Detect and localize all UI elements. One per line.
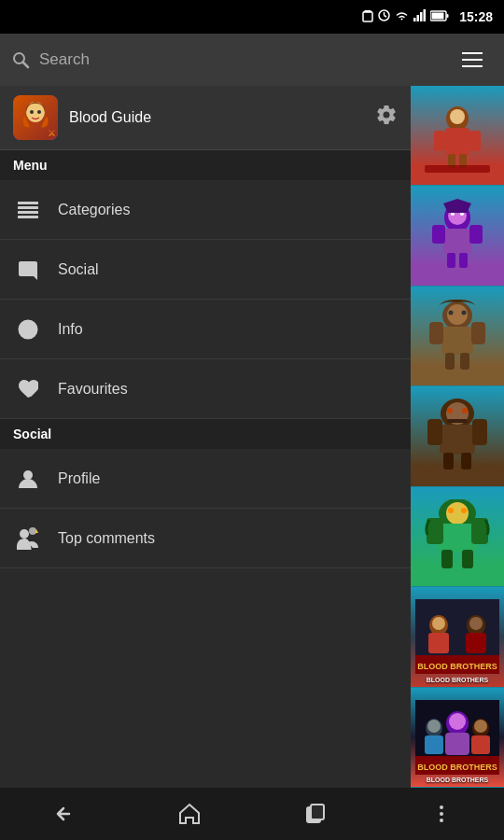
- sidebar: Blood Guide Menu Categories: [0, 86, 411, 788]
- svg-line-12: [23, 63, 29, 68]
- main-layout: Blood Guide Menu Categories: [0, 86, 504, 788]
- social-icon: [13, 255, 43, 285]
- menu-section-header: Menu: [0, 150, 411, 180]
- thumbnail-4[interactable]: [411, 386, 504, 486]
- hamburger-line-2: [462, 59, 483, 61]
- recents-button[interactable]: [287, 793, 343, 834]
- top-bar: Search: [0, 34, 504, 86]
- svg-point-76: [469, 617, 483, 630]
- svg-rect-56: [472, 419, 487, 445]
- menu-item-top-comments[interactable]: Top comments: [0, 509, 411, 568]
- profile-icon: [13, 464, 43, 494]
- svg-point-88: [474, 720, 487, 733]
- settings-button[interactable]: [375, 104, 398, 132]
- more-button[interactable]: [413, 793, 469, 834]
- back-button[interactable]: [35, 793, 91, 834]
- clock-icon: [378, 9, 390, 24]
- svg-rect-57: [443, 453, 454, 469]
- svg-point-22: [23, 470, 33, 480]
- svg-point-59: [447, 408, 453, 413]
- thumbnail-7[interactable]: BLOOD BROTHERS BLOOD BROTHERS: [411, 688, 504, 788]
- svg-point-70: [461, 508, 467, 513]
- svg-rect-48: [445, 353, 455, 370]
- svg-rect-45: [441, 327, 473, 355]
- thumbnail-panel: BLOOD BROTHERS BLOOD BROTHERS BLOOD BROT…: [411, 86, 504, 788]
- menu-item-favourites[interactable]: Favourites: [0, 359, 411, 419]
- hamburger-line-1: [462, 52, 483, 54]
- bottom-nav: [0, 788, 504, 840]
- svg-rect-18: [18, 211, 38, 214]
- menu-item-categories[interactable]: Categories: [0, 180, 411, 240]
- svg-rect-83: [425, 735, 443, 754]
- svg-rect-6: [420, 12, 423, 21]
- svg-point-51: [462, 311, 467, 315]
- svg-rect-74: [428, 633, 449, 653]
- hamburger-line-3: [462, 65, 483, 67]
- social-menu-label: Social: [58, 261, 99, 278]
- home-button[interactable]: [161, 793, 217, 834]
- svg-rect-61: [447, 419, 468, 423]
- app-icon-inner: [13, 95, 58, 140]
- search-input[interactable]: Search: [39, 50, 442, 69]
- thumb-6-label: BLOOD BROTHERS: [411, 677, 504, 683]
- svg-point-50: [449, 311, 454, 315]
- app-header-row: Blood Guide: [0, 86, 411, 150]
- svg-rect-36: [443, 229, 471, 255]
- info-label: Info: [58, 321, 83, 338]
- top-comments-icon: [13, 524, 43, 553]
- app-icon: [13, 95, 58, 140]
- svg-point-23: [20, 529, 29, 539]
- svg-point-94: [440, 805, 443, 809]
- svg-point-32: [450, 109, 465, 124]
- thumbnail-3[interactable]: [411, 287, 504, 386]
- svg-rect-4: [413, 18, 416, 21]
- svg-rect-40: [459, 253, 468, 268]
- svg-point-14: [30, 110, 34, 114]
- menu-item-info[interactable]: i Info: [0, 300, 411, 359]
- svg-rect-29: [469, 131, 481, 151]
- svg-point-73: [432, 617, 445, 630]
- svg-rect-37: [432, 225, 445, 244]
- thumbnail-5[interactable]: [411, 487, 504, 587]
- svg-rect-39: [447, 253, 455, 268]
- search-icon: [11, 50, 30, 69]
- svg-rect-9: [447, 14, 449, 18]
- categories-icon: [13, 195, 43, 225]
- svg-rect-27: [445, 128, 469, 156]
- profile-label: Profile: [58, 470, 100, 487]
- signal-icon: [413, 9, 426, 24]
- info-icon: i: [13, 315, 43, 344]
- svg-rect-33: [425, 165, 490, 173]
- svg-rect-17: [18, 206, 38, 209]
- svg-point-95: [440, 812, 443, 816]
- sim-icon: [362, 9, 373, 25]
- svg-point-96: [440, 819, 443, 822]
- svg-rect-55: [427, 419, 442, 445]
- svg-rect-38: [469, 225, 483, 244]
- thumbnail-1[interactable]: [411, 86, 504, 186]
- svg-rect-89: [471, 735, 490, 754]
- svg-rect-77: [466, 633, 486, 653]
- svg-rect-49: [460, 353, 469, 370]
- svg-rect-86: [445, 733, 469, 755]
- svg-line-3: [385, 16, 387, 18]
- svg-text:BLOOD BROTHERS: BLOOD BROTHERS: [417, 662, 497, 671]
- thumbnail-2[interactable]: [411, 186, 504, 286]
- status-time: 15:28: [459, 9, 493, 24]
- menu-item-social[interactable]: Social: [0, 240, 411, 300]
- thumbnail-6[interactable]: BLOOD BROTHERS BLOOD BROTHERS: [411, 587, 504, 687]
- svg-rect-10: [432, 12, 444, 19]
- svg-point-60: [462, 408, 468, 413]
- thumb-7-label: BLOOD BROTHERS: [411, 777, 504, 783]
- svg-point-63: [446, 502, 469, 525]
- svg-rect-7: [424, 9, 427, 21]
- svg-rect-58: [461, 453, 471, 469]
- menu-item-profile[interactable]: Profile: [0, 449, 411, 509]
- top-comments-label: Top comments: [58, 530, 155, 547]
- svg-rect-28: [434, 131, 445, 151]
- status-icons: 15:28: [362, 9, 493, 25]
- favourites-label: Favourites: [58, 381, 128, 398]
- svg-point-69: [448, 508, 454, 513]
- hamburger-button[interactable]: [452, 39, 493, 80]
- svg-rect-19: [18, 216, 38, 218]
